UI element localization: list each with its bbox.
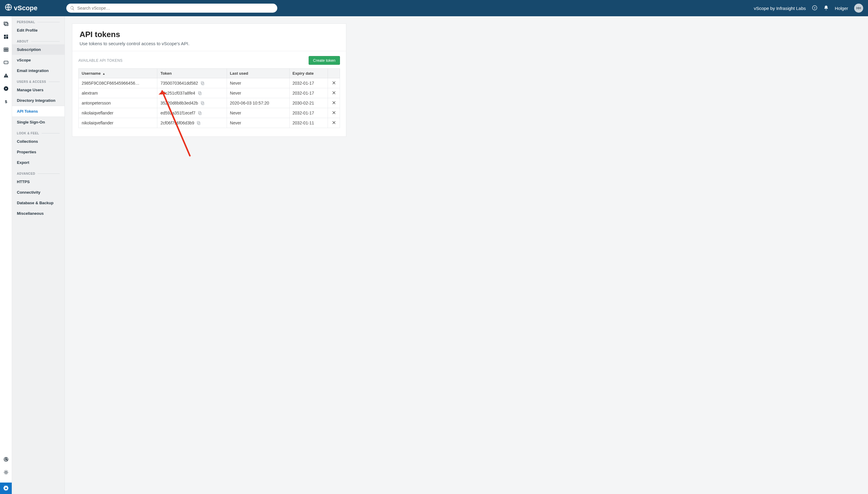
rail-play-icon[interactable] (3, 86, 9, 92)
search-wrap (66, 4, 277, 13)
cell-username: 2985F9C08CF66545966456… (79, 78, 157, 88)
svg-rect-5 (6, 36, 8, 39)
svg-rect-22 (198, 92, 200, 94)
section-title: AVAILABLE API TOKENS (78, 58, 123, 63)
sidebar-item-single-sign-on[interactable]: Single Sign-On (12, 117, 64, 128)
rail-layers-icon[interactable] (3, 21, 9, 27)
cell-username: antonpetersson (79, 98, 157, 108)
main: API tokens Use tokens to securely contro… (65, 16, 868, 494)
svg-text:$: $ (5, 99, 7, 104)
sidebar-group-head: LOOK & FEEL (12, 128, 64, 136)
rail-message-icon[interactable] (3, 60, 9, 66)
svg-rect-25 (199, 112, 201, 115)
create-token-button[interactable]: Create token (309, 56, 340, 65)
cell-token: 35220d8b8b3ed42b (157, 98, 227, 108)
svg-rect-7 (4, 48, 8, 52)
cell-last-used: 2020-06-03 10:57:20 (227, 98, 289, 108)
table-row: antonpetersson35220d8b8b3ed42b 2020-06-0… (79, 98, 340, 108)
rail-radar-icon[interactable] (3, 457, 9, 463)
copy-icon[interactable] (197, 120, 201, 125)
rail-alert-icon[interactable] (3, 73, 9, 79)
rail-settings2-icon[interactable] (3, 470, 9, 476)
sidebar-item-properties[interactable]: Properties (12, 147, 64, 157)
cell-username: nikolaiqveflander (79, 118, 157, 128)
sidebar-item-miscellaneous[interactable]: Miscellaneous (12, 208, 64, 219)
avatar[interactable]: HH (854, 4, 863, 13)
delete-icon[interactable] (332, 120, 336, 125)
panel: API tokens Use tokens to securely contro… (72, 23, 346, 137)
sidebar-item-edit-profile[interactable]: Edit Profile (12, 25, 64, 36)
sidebar-item-subscription[interactable]: Subscription (12, 44, 64, 55)
globe-icon (5, 4, 12, 13)
sidebar-group-head: ABOUT (12, 36, 64, 44)
bell-icon[interactable] (824, 5, 829, 12)
svg-point-9 (5, 62, 5, 63)
col-last-used[interactable]: Last used (227, 69, 289, 78)
cell-expiry: 2032-01-11 (289, 118, 328, 128)
svg-point-11 (7, 62, 7, 63)
help-icon[interactable]: ? (812, 5, 817, 12)
rail-table-icon[interactable] (3, 47, 9, 53)
rail-gear-icon[interactable] (0, 482, 12, 494)
copy-icon[interactable] (198, 111, 202, 115)
page-subtitle: Use tokens to securely control access to… (79, 41, 339, 46)
cell-expiry: 2030-02-21 (289, 98, 328, 108)
cell-token: ed592a351f1ecef7 (157, 108, 227, 118)
svg-rect-19 (202, 82, 204, 85)
col-username[interactable]: Username ▲ (79, 69, 157, 78)
svg-rect-13 (6, 77, 6, 77)
copy-icon[interactable] (198, 91, 202, 95)
col-token[interactable]: Token (157, 69, 227, 78)
user-name[interactable]: Holger (835, 6, 848, 11)
brand[interactable]: vScope (5, 4, 37, 13)
topbar-right: vScope by Infrasight Labs ? Holger HH (754, 4, 863, 13)
svg-rect-28 (198, 121, 200, 124)
copy-icon[interactable] (200, 81, 205, 86)
settings-sidebar: PERSONALEdit ProfileABOUTSubscriptionvSc… (12, 16, 65, 494)
topbar: vScope vScope by Infrasight Labs ? Holge… (0, 0, 868, 16)
sidebar-item-email-integration[interactable]: Email integration (12, 65, 64, 76)
page-title: API tokens (79, 30, 339, 39)
tagline[interactable]: vScope by Infrasight Labs (754, 6, 806, 11)
delete-icon[interactable] (332, 101, 336, 106)
sidebar-item-https[interactable]: HTTPS (12, 176, 64, 187)
sidebar-item-connectivity[interactable]: Connectivity (12, 187, 64, 197)
sidebar-item-manage-users[interactable]: Manage Users (12, 84, 64, 95)
cell-username: alextram (79, 88, 157, 98)
rail-dashboard-icon[interactable] (3, 34, 9, 40)
cell-token: 70c251cf037a8fe4 (157, 88, 227, 98)
svg-rect-6 (4, 37, 6, 39)
search-input[interactable] (66, 4, 277, 13)
cell-last-used: Never (227, 118, 289, 128)
table-row: alextram70c251cf037a8fe4 Never2032-01-17 (79, 88, 340, 98)
svg-rect-27 (198, 122, 200, 125)
sidebar-item-database-backup[interactable]: Database & Backup (12, 197, 64, 208)
delete-icon[interactable] (332, 81, 336, 86)
sidebar-item-api-tokens[interactable]: API Tokens (12, 106, 64, 117)
table-row: 2985F9C08CF66545966456…73500703641dd582 … (79, 78, 340, 88)
svg-rect-24 (201, 101, 203, 104)
svg-rect-21 (199, 93, 201, 95)
cell-last-used: Never (227, 78, 289, 88)
col-expiry[interactable]: Expiry date (289, 69, 328, 78)
sidebar-item-collections[interactable]: Collections (12, 136, 64, 147)
copy-icon[interactable] (200, 101, 205, 106)
svg-rect-4 (6, 35, 8, 36)
svg-rect-26 (199, 111, 201, 114)
rail-dollar-icon[interactable]: $ (3, 99, 9, 105)
sort-asc-icon: ▲ (103, 72, 106, 75)
delete-icon[interactable] (332, 111, 336, 115)
svg-text:?: ? (814, 6, 816, 10)
sidebar-item-vscope[interactable]: vScope (12, 55, 64, 65)
brand-text: vScope (14, 4, 37, 12)
cell-token: 73500703641dd582 (157, 78, 227, 88)
cell-expiry: 2032-01-17 (289, 78, 328, 88)
sidebar-item-directory-integration[interactable]: Directory Integration (12, 95, 64, 106)
cell-expiry: 2032-01-17 (289, 108, 328, 118)
sidebar-item-export[interactable]: Export (12, 157, 64, 168)
delete-icon[interactable] (332, 91, 336, 95)
svg-point-10 (6, 62, 6, 63)
sidebar-group-head: PERSONAL (12, 16, 64, 25)
svg-rect-3 (4, 35, 6, 36)
tokens-table: Username ▲ Token Last used Expiry date 2… (78, 69, 340, 128)
